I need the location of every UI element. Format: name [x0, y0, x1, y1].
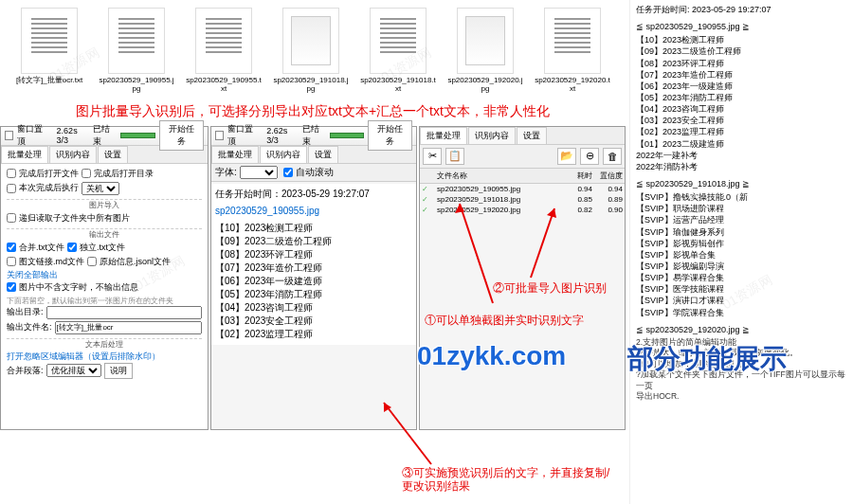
result-line: 【02】2023监理工程师 [215, 328, 412, 341]
status-icon: ✓ [422, 185, 437, 193]
tab-content-3[interactable]: 识别内容 [468, 127, 516, 144]
right-line: 【SVIP】运营产品经理 [636, 214, 847, 225]
start-button[interactable]: 开始任务 [159, 120, 204, 151]
merge-select[interactable]: 优化排版 [46, 364, 101, 377]
tab-settings-3[interactable]: 设置 [517, 127, 547, 144]
right-line: 【SVIP】易学课程合集 [636, 272, 847, 283]
row-conf: 0.90 [592, 206, 623, 214]
panel-batch: 窗口置顶 2.62s 3/3 已结束 开始任务 批量处理 识别内容 设置 完成后… [0, 126, 209, 430]
right-line: 【09】2023二级造价工程师 [636, 45, 847, 57]
file-label: [转文字]_批量ocr.txt [16, 77, 82, 85]
table-row[interactable]: ✓sp20230529_190955.jpg0.940.94 [420, 184, 625, 194]
result-line: 【07】2023年造价工程师 [215, 261, 412, 275]
output-text[interactable]: 任务开始时间：2023-05-29 19:27:07 sp20230529_19… [211, 184, 416, 345]
file-icon [108, 8, 165, 74]
annotation-2: ②可批量导入图片识别 [493, 280, 607, 297]
status-icon: ✓ [422, 195, 437, 204]
shutdown-select[interactable]: 关机 [82, 182, 119, 195]
right-line: 【04】2023咨询工程师 [636, 103, 847, 115]
start-time-label: 任务开始时间： [215, 189, 281, 199]
md-chk[interactable] [7, 257, 16, 266]
right-line: 【10】2023检测工程师 [636, 34, 847, 45]
merge-txt-label: 合并.txt文件 [19, 242, 64, 254]
right-line: 导出HOCR. [636, 391, 847, 402]
detail-button[interactable]: 说明 [104, 363, 133, 379]
out-dir-label: 输出目录: [7, 306, 44, 318]
tab-settings[interactable]: 设置 [98, 146, 128, 163]
result-line: 【05】2023年消防工程师 [215, 288, 412, 301]
right-line: 【07】2023年造价工程师 [636, 69, 847, 81]
result-line: 【03】2023安全工程师 [215, 315, 412, 328]
right-line: 【05】2023年消防工程师 [636, 92, 847, 103]
no-text-chk[interactable] [7, 282, 16, 292]
merge-para-label: 合并段落: [7, 365, 44, 377]
file-label: sp20230529_190955.jpg [99, 77, 174, 94]
file-item[interactable]: sp20230529_192020.jpg [447, 8, 523, 94]
right-line: 【SVIP】演讲口才课程 [636, 295, 847, 306]
close-all-link[interactable]: 关闭全部输出 [7, 270, 202, 281]
screenshot-icon[interactable]: ✂ [423, 148, 442, 165]
right-output: 任务开始时间: 2023-05-29 19:27:07 ≦ sp20230529… [629, 0, 853, 504]
file-item[interactable]: sp20230529_190955.txt [186, 8, 262, 94]
file-item[interactable]: sp20230529_191018.txt [360, 8, 436, 94]
paste-icon[interactable]: 📋 [445, 148, 464, 165]
font-select[interactable] [240, 166, 278, 179]
tab-content-2[interactable]: 识别内容 [260, 146, 307, 163]
auto-scroll-chk[interactable] [283, 168, 293, 177]
clear-icon[interactable]: ⊖ [580, 148, 599, 165]
time-stat: 2.62s 3/3 [57, 126, 89, 145]
tab-batch-3[interactable]: 批量处理 [420, 127, 467, 144]
tab-settings-2[interactable]: 设置 [308, 146, 338, 163]
site-watermark: 01zykk.com [417, 341, 566, 371]
annotation-3: ③可实施预览识别后的文字，并直接复制/更改识别结果 [402, 466, 620, 494]
json-chk[interactable] [87, 257, 97, 266]
tab-content[interactable]: 识别内容 [49, 146, 97, 163]
file-item[interactable]: sp20230529_190955.jpg [99, 8, 174, 94]
file-label: sp20230529_192020.txt [535, 77, 610, 94]
open-editor-link[interactable]: 打开忽略区域编辑器（设置后排除水印） [7, 351, 202, 363]
opt-open-file[interactable] [7, 169, 16, 178]
opt1-label: 完成后打开文件 [19, 168, 79, 180]
current-file: sp20230529_190955.jpg [215, 205, 412, 218]
file-item[interactable]: sp20230529_192020.txt [535, 8, 610, 94]
default-hint: 下面若留空，默认输出到第一张图片所在的文件夹 [7, 296, 202, 306]
opt-open-dir[interactable] [82, 169, 91, 178]
right-line: 【08】2023环评工程师 [636, 58, 847, 69]
start-time-value: 2023-05-29 19:27:07 [281, 189, 370, 199]
pin-checkbox-2[interactable] [215, 131, 224, 140]
pin-label-2: 窗口置顶 [227, 123, 259, 148]
section-post: 文本后处理 [7, 338, 202, 350]
file-thumbnails: [转文字]_批量ocr.txtsp20230529_190955.jpgsp20… [0, 0, 626, 98]
tab-batch[interactable]: 批量处理 [1, 146, 48, 163]
delete-icon[interactable]: 🗑 [603, 148, 622, 165]
right-line: 2022年消防补考 [636, 161, 847, 172]
recurse-label: 递归读取子文件夹中所有图片 [19, 212, 130, 225]
file-item[interactable]: [转文字]_批量ocr.txt [11, 8, 87, 94]
row-conf: 0.89 [592, 195, 623, 204]
open-folder-icon[interactable]: 📂 [557, 148, 576, 165]
merge-txt-chk[interactable] [7, 243, 16, 252]
opt3-label: 本次完成后执行 [19, 182, 79, 194]
single-txt-chk[interactable] [67, 243, 77, 252]
section-output: 输出文件 [7, 228, 202, 240]
out-dir-input[interactable] [46, 306, 202, 319]
row-conf: 0.94 [592, 185, 623, 193]
file-icon [544, 8, 601, 74]
annotation-1: ①可以单独截图并实时识别文字 [425, 313, 584, 329]
md-label: 图文链接.md文件 [19, 256, 84, 268]
tab-batch-2[interactable]: 批量处理 [211, 146, 259, 163]
pin-checkbox[interactable] [5, 131, 13, 140]
file-icon [457, 8, 514, 74]
time-stat-2: 2.62s 3/3 [266, 126, 299, 145]
result-line: 【06】2023年一级建造师 [215, 275, 412, 288]
file-item[interactable]: sp20230529_191018.jpg [273, 8, 349, 94]
out-file-input[interactable] [55, 321, 202, 334]
start-button-2[interactable]: 开始任务 [368, 120, 412, 151]
recurse-checkbox[interactable] [7, 213, 16, 223]
file3-head: ≦ sp20230529_192020.jpg ≧ [636, 324, 847, 335]
right-line: 【03】2023安全工程师 [636, 115, 847, 126]
right-line: 【SVIP】学院课程合集 [636, 307, 847, 318]
opt-after-exec[interactable] [7, 184, 16, 193]
right-line: 【02】2023监理工程师 [636, 126, 847, 137]
right-line: 【SVIP】影视编剧导演 [636, 261, 847, 272]
